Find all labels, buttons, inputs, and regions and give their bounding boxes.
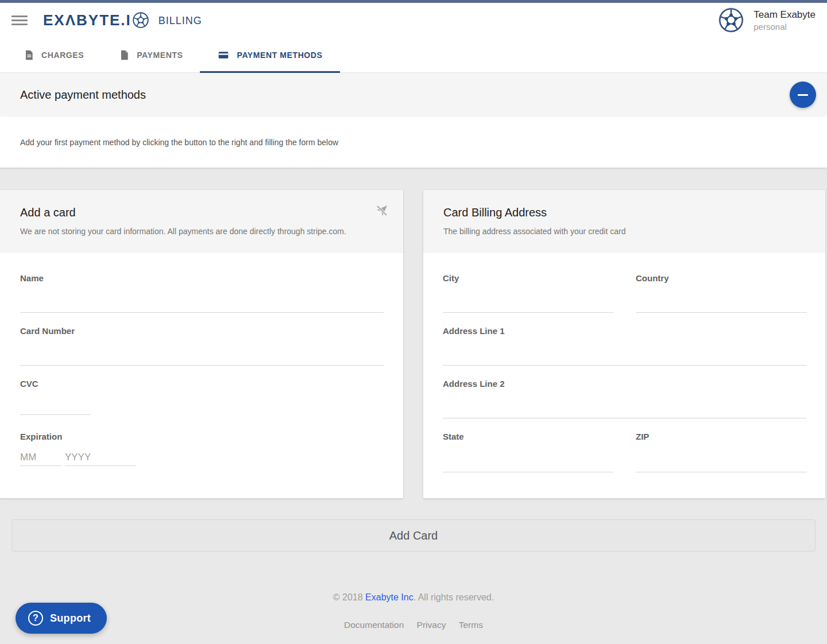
menu-icon[interactable]	[11, 15, 28, 25]
app-header: EXΛBYTE.I BILLING	[0, 3, 827, 37]
tab-payments[interactable]: PAYMENTS	[101, 37, 200, 72]
add-card-title: Add a card	[20, 206, 387, 219]
billing-address-subtitle: The billing address associated with your…	[443, 227, 809, 236]
add-card-subtitle: We are not storing your card information…	[20, 227, 387, 236]
country-label: Country	[636, 273, 669, 283]
send-disabled-icon	[375, 204, 389, 218]
team-type: personal	[753, 22, 816, 32]
add-card-button[interactable]: Add Card	[11, 519, 816, 552]
support-button[interactable]: ? Support	[16, 603, 107, 634]
documentation-link[interactable]: Documentation	[344, 620, 404, 630]
billing-address-title: Card Billing Address	[443, 206, 809, 219]
section-description: Add your first payment method by clickin…	[20, 138, 338, 147]
tab-charges[interactable]: CHARGES	[6, 37, 101, 72]
expiration-month-input[interactable]	[20, 449, 61, 466]
company-link[interactable]: Exabyte Inc	[365, 592, 413, 602]
privacy-link[interactable]: Privacy	[417, 620, 446, 630]
tab-label: PAYMENT METHODS	[237, 51, 322, 60]
expiration-label: Expiration	[20, 432, 62, 441]
address-line-1-input[interactable]	[443, 348, 807, 366]
city-input[interactable]	[443, 296, 613, 313]
card-number-label: Card Number	[20, 326, 75, 336]
country-input[interactable]	[636, 296, 807, 313]
name-label: Name	[20, 273, 44, 283]
city-label: City	[443, 273, 459, 283]
billing-address-panel: Card Billing Address The billing address…	[423, 190, 825, 498]
section-title: Active payment methods	[20, 88, 146, 102]
team-name: Team Exabyte	[753, 9, 816, 21]
team-avatar-icon	[718, 7, 744, 33]
copyright-suffix: . All rights reserved.	[413, 592, 494, 602]
help-icon: ?	[28, 611, 43, 626]
add-card-header: Add a card We are not storing your card …	[0, 190, 403, 253]
add-card-panel: Add a card We are not storing your card …	[0, 190, 403, 498]
file-icon	[118, 49, 130, 61]
support-label: Support	[50, 612, 91, 624]
address-line-2-label: Address Line 2	[443, 379, 505, 389]
add-card-form: Name Card Number CVC Expiration	[0, 253, 403, 498]
clear-form-button[interactable]	[374, 204, 389, 219]
billing-page: EXΛBYTE.I BILLING	[0, 0, 827, 644]
copyright-line: © 2018 Exabyte Inc. All rights reserved.	[0, 592, 827, 603]
minus-icon	[798, 94, 808, 96]
copyright-prefix: © 2018	[333, 592, 365, 602]
credit-card-icon	[217, 49, 230, 61]
document-icon	[23, 49, 34, 61]
section-description-band: Add your first payment method by clickin…	[0, 117, 827, 168]
product-title: BILLING	[159, 15, 202, 27]
cvc-input[interactable]	[20, 398, 91, 415]
billing-address-header: Card Billing Address The billing address…	[423, 190, 825, 253]
soccer-ball-icon	[132, 11, 149, 29]
logo[interactable]: EXΛBYTE.I	[43, 11, 149, 29]
billing-address-form: City Country Address Line 1 Address Line…	[423, 253, 825, 498]
terms-link[interactable]: Terms	[459, 620, 483, 630]
address-line-2-input[interactable]	[443, 401, 807, 418]
cvc-label: CVC	[20, 379, 38, 389]
tab-label: PAYMENTS	[137, 51, 183, 60]
tab-payment-methods[interactable]: PAYMENT METHODS	[200, 37, 339, 72]
logo-text: EXΛBYTE.I	[43, 11, 132, 29]
tab-label: CHARGES	[41, 51, 84, 60]
address-line-1-label: Address Line 1	[443, 326, 505, 336]
footer-links: Documentation Privacy Terms	[0, 620, 827, 630]
collapse-add-form-button[interactable]	[790, 82, 816, 108]
billing-tabs: CHARGES PAYMENTS PAYMENT METHODS	[0, 37, 827, 73]
expiration-year-input[interactable]	[65, 449, 136, 466]
zip-label: ZIP	[636, 432, 649, 441]
name-input[interactable]	[20, 296, 384, 313]
team-info: Team Exabyte personal	[753, 9, 816, 32]
active-payment-methods-section: Active payment methods	[0, 73, 827, 117]
card-number-input[interactable]	[20, 348, 384, 366]
zip-input[interactable]	[636, 455, 807, 472]
state-label: State	[443, 432, 464, 441]
account-switcher[interactable]: Team Exabyte personal	[718, 7, 816, 33]
state-input[interactable]	[443, 455, 613, 472]
